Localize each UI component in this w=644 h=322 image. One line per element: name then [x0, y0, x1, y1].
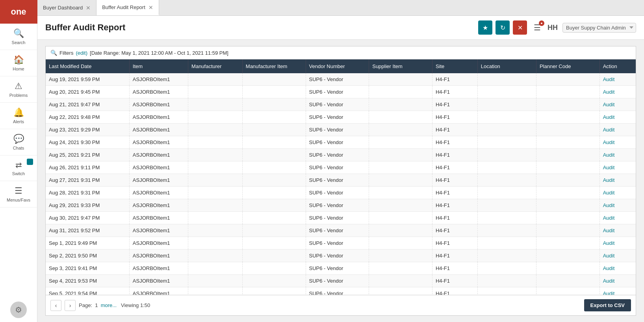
cell-row17-action[interactable]: Audit: [599, 287, 636, 296]
cell-row9-action[interactable]: Audit: [599, 187, 636, 199]
audit-link[interactable]: Audit: [603, 152, 615, 158]
audit-link[interactable]: Audit: [603, 265, 615, 271]
cell-row11-col6: H4-F1: [432, 212, 477, 224]
cell-row3-col6: H4-F1: [432, 111, 477, 124]
audit-link[interactable]: Audit: [603, 190, 615, 196]
cell-row5-col7: [477, 136, 536, 149]
col-header-mfr-item[interactable]: Manufacturer Item: [242, 59, 306, 73]
cell-row16-action[interactable]: Audit: [599, 275, 636, 287]
cell-row2-col3: [242, 98, 306, 111]
cell-row8-col5: [369, 174, 432, 187]
col-header-action[interactable]: Action: [599, 59, 636, 73]
page-info: Page: 1 more... Viewing 1:50: [79, 302, 150, 308]
sidebar-label-switch: Switch: [12, 171, 25, 176]
close-button[interactable]: ✕: [513, 20, 527, 35]
table-row: Aug 26, 2021 9:11 PMASJORBOItem1SUP6 - V…: [46, 161, 636, 174]
audit-link[interactable]: Audit: [603, 76, 615, 82]
col-header-manufacturer[interactable]: Manufacturer: [188, 59, 243, 73]
app-logo[interactable]: one: [0, 0, 37, 24]
sidebar-item-alerts[interactable]: 🔔 Alerts: [0, 103, 37, 129]
col-header-vendor-number[interactable]: Vendor Number: [306, 59, 369, 73]
user-role-select[interactable]: Buyer Suppy Chain Admin: [562, 23, 636, 33]
col-header-item[interactable]: Item: [129, 59, 188, 73]
cell-row13-col8: [536, 237, 599, 250]
cell-row6-action[interactable]: Audit: [599, 149, 636, 161]
col-header-date[interactable]: Last Modified Date: [46, 59, 129, 73]
cell-row0-col0: Aug 19, 2021 9:59 PM: [46, 73, 129, 86]
sidebar-item-chats[interactable]: 💬 Chats: [0, 129, 37, 155]
tab-buffer-audit-report[interactable]: Buffer Audit Report ✕: [97, 0, 159, 15]
sidebar-item-search[interactable]: 🔍 Search: [0, 24, 37, 50]
sidebar-item-switch[interactable]: ⇄ Switch: [0, 155, 37, 181]
cell-row10-action[interactable]: Audit: [599, 199, 636, 212]
cell-row6-col3: [242, 149, 306, 161]
sidebar-item-problems[interactable]: ⚠ Problems: [0, 76, 37, 103]
sidebar-item-menus[interactable]: ☰ Menus/Favs: [0, 181, 37, 207]
more-pages-link[interactable]: more...: [101, 302, 117, 308]
cell-row2-col8: [536, 98, 599, 111]
cell-row3-col2: [188, 111, 243, 124]
bottom-bar: ‹ › Page: 1 more... Viewing 1:50 Export …: [45, 295, 636, 316]
audit-link[interactable]: Audit: [603, 127, 615, 133]
cell-row5-action[interactable]: Audit: [599, 136, 636, 149]
tab-buyer-dashboard-close[interactable]: ✕: [86, 5, 91, 11]
favorite-button[interactable]: ★: [478, 20, 492, 35]
prev-page-button[interactable]: ‹: [50, 300, 61, 311]
cell-row0-col6: H4-F1: [432, 73, 477, 86]
audit-link[interactable]: Audit: [603, 177, 615, 183]
cell-row13-action[interactable]: Audit: [599, 237, 636, 250]
cell-row3-action[interactable]: Audit: [599, 111, 636, 124]
audit-link[interactable]: Audit: [603, 139, 615, 145]
audit-link[interactable]: Audit: [603, 89, 615, 95]
cell-row1-col7: [477, 86, 536, 98]
tab-buyer-dashboard[interactable]: Buyer Dashboard ✕: [37, 0, 97, 15]
cell-row17-col5: [369, 287, 432, 296]
audit-link[interactable]: Audit: [603, 215, 615, 221]
cell-row7-action[interactable]: Audit: [599, 161, 636, 174]
cell-row11-action[interactable]: Audit: [599, 212, 636, 224]
audit-link[interactable]: Audit: [603, 278, 615, 284]
col-header-location[interactable]: Location: [477, 59, 536, 73]
audit-link[interactable]: Audit: [603, 102, 615, 107]
cell-row8-action[interactable]: Audit: [599, 174, 636, 187]
search-icon: 🔍: [13, 28, 24, 39]
export-csv-button[interactable]: Export to CSV: [584, 299, 631, 311]
cell-row0-action[interactable]: Audit: [599, 73, 636, 86]
cell-row5-col1: ASJORBOItem1: [129, 136, 188, 149]
audit-link[interactable]: Audit: [603, 240, 615, 246]
col-header-planner-code[interactable]: Planner Code: [536, 59, 599, 73]
audit-link[interactable]: Audit: [603, 165, 615, 170]
filter-edit-link[interactable]: (edit): [76, 50, 87, 56]
cell-row12-col6: H4-F1: [432, 224, 477, 237]
audit-link[interactable]: Audit: [603, 253, 615, 259]
audit-link[interactable]: Audit: [603, 291, 615, 295]
menu-button[interactable]: ☰ ●: [530, 20, 544, 35]
notification-badge: ●: [539, 20, 544, 26]
audit-link[interactable]: Audit: [603, 202, 615, 208]
cell-row1-col0: Aug 20, 2021 9:45 PM: [46, 86, 129, 98]
cell-row8-col7: [477, 174, 536, 187]
data-table-container[interactable]: Last Modified Date Item Manufacturer Man…: [45, 59, 636, 295]
chat-icon: 💬: [13, 134, 24, 144]
cell-row15-action[interactable]: Audit: [599, 262, 636, 275]
cell-row14-action[interactable]: Audit: [599, 250, 636, 262]
cell-row4-action[interactable]: Audit: [599, 124, 636, 136]
refresh-button[interactable]: ↻: [496, 20, 510, 35]
col-header-supplier-item[interactable]: Supplier Item: [369, 59, 432, 73]
cell-row13-col7: [477, 237, 536, 250]
cell-row12-action[interactable]: Audit: [599, 224, 636, 237]
table-row: Aug 20, 2021 9:45 PMASJORBOItem1SUP6 - V…: [46, 86, 636, 98]
cell-row6-col1: ASJORBOItem1: [129, 149, 188, 161]
col-header-site[interactable]: Site: [432, 59, 477, 73]
cell-row16-col1: ASJORBOItem1: [129, 275, 188, 287]
next-page-button[interactable]: ›: [65, 300, 76, 311]
avatar[interactable]: ⚙: [10, 302, 27, 318]
sidebar-label-search: Search: [12, 40, 26, 45]
tab-buffer-audit-report-close[interactable]: ✕: [148, 5, 153, 10]
cell-row1-action[interactable]: Audit: [599, 86, 636, 98]
sidebar-item-home[interactable]: 🏠 Home: [0, 50, 37, 76]
cell-row2-action[interactable]: Audit: [599, 98, 636, 111]
audit-link[interactable]: Audit: [603, 228, 615, 233]
audit-link[interactable]: Audit: [603, 114, 615, 120]
cell-row1-col2: [188, 86, 243, 98]
